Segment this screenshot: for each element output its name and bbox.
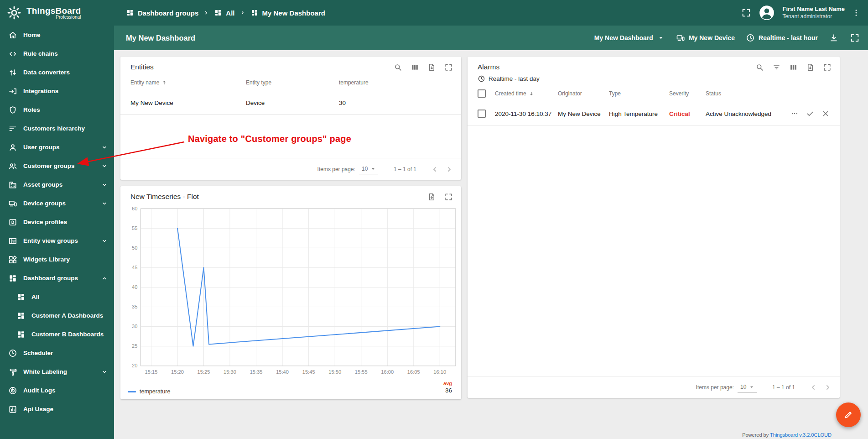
edit-dashboard-fab[interactable] <box>836 402 861 427</box>
sidebar-item-customer-groups[interactable]: Customer groups <box>0 157 114 175</box>
sidebar-item-dashboard-groups[interactable]: Dashboard groups <box>0 269 114 287</box>
svg-text:15:30: 15:30 <box>223 369 236 375</box>
widget-fullscreen-icon[interactable] <box>823 63 832 72</box>
alarms-timewindow[interactable]: Realtime - last day <box>478 75 540 83</box>
next-page-icon[interactable] <box>822 382 833 393</box>
column-created-time[interactable]: Created time <box>495 90 558 97</box>
sidebar-item-device-profiles[interactable]: Device profiles <box>0 213 114 231</box>
export-data-icon[interactable] <box>427 63 436 72</box>
prev-page-icon[interactable] <box>429 164 440 175</box>
sidebar-item-rule-chains[interactable]: Rule chains <box>0 44 114 63</box>
search-icon[interactable] <box>394 63 402 72</box>
column-entity-name[interactable]: Entity name <box>130 79 246 86</box>
column-entity-type[interactable]: Entity type <box>246 79 339 86</box>
user-role: Tenant administrator <box>782 13 845 21</box>
dashboard-fullscreen-icon[interactable] <box>850 33 860 43</box>
page-size-select[interactable]: 10 <box>359 164 378 174</box>
sidebar-item-scheduler[interactable]: Scheduler <box>0 344 114 362</box>
sidebar-item-home[interactable]: Home <box>0 26 114 44</box>
chevron-down-icon[interactable] <box>100 143 109 152</box>
column-severity[interactable]: Severity <box>669 90 706 97</box>
columns-icon[interactable] <box>411 63 419 72</box>
next-page-icon[interactable] <box>444 164 455 175</box>
search-icon[interactable] <box>755 63 764 72</box>
breadcrumb-my-new-dashboard[interactable]: My New Dashboard <box>250 9 325 17</box>
breadcrumb-dashboard-groups[interactable]: Dashboard groups <box>126 9 198 17</box>
more-menu-icon[interactable] <box>852 8 861 17</box>
series-swatch <box>128 391 136 392</box>
entities-table-row[interactable]: My New Device Device 30 <box>120 91 461 115</box>
row-checkbox-cell <box>478 110 495 118</box>
sidebar-item-roles[interactable]: Roles <box>0 100 114 119</box>
sidebar-item-label: Device groups <box>23 200 66 207</box>
acknowledge-icon[interactable] <box>806 110 814 118</box>
chevron-down-icon[interactable] <box>100 162 109 170</box>
sidebar-item-white-labeling[interactable]: White Labeling <box>0 362 114 381</box>
sidebar-item-api-usage[interactable]: Api Usage <box>0 400 114 418</box>
page-size-select[interactable]: 10 <box>738 382 757 392</box>
column-temperature[interactable]: temperature <box>339 79 451 86</box>
widget-fullscreen-icon[interactable] <box>444 63 453 72</box>
timewindow-button[interactable]: Realtime - last hour <box>746 33 818 42</box>
fullscreen-icon[interactable] <box>741 8 751 18</box>
column-status[interactable]: Status <box>706 90 830 97</box>
svg-text:16:10: 16:10 <box>433 369 446 375</box>
sidebar-item-device-groups[interactable]: Device groups <box>0 194 114 213</box>
sidebar-item-widgets-library[interactable]: Widgets Library <box>0 250 114 269</box>
brand-edition: Professional <box>26 15 81 20</box>
sidebar-item-data-converters[interactable]: Data converters <box>0 63 114 82</box>
chevron-down-icon[interactable] <box>100 368 109 376</box>
sidebar-item-label: Widgets Library <box>23 256 70 263</box>
columns-icon[interactable] <box>789 63 798 72</box>
sidebar-item-customer-a-dashboards[interactable]: Customer A Dashboards <box>0 306 114 325</box>
dashboard-icon <box>16 293 26 302</box>
chevron-down-icon[interactable] <box>100 181 109 189</box>
column-type[interactable]: Type <box>609 90 669 97</box>
cell-status: Active Unacknowledged <box>706 110 790 117</box>
svg-text:45: 45 <box>132 265 137 270</box>
sidebar-item-customers-hierarchy[interactable]: Customers hierarchy <box>0 119 114 138</box>
sidebar-item-asset-groups[interactable]: Asset groups <box>0 175 114 194</box>
chevron-up-icon[interactable] <box>100 274 109 282</box>
sidebar-item-customer-b-dashboards[interactable]: Customer B Dashboards <box>0 325 114 344</box>
prev-page-icon[interactable] <box>808 382 819 393</box>
devices-icon <box>8 199 17 208</box>
brand-logo[interactable]: ThingsBoard Professional <box>0 0 114 26</box>
breadcrumb-all[interactable]: All <box>214 9 234 17</box>
dashboard-state-selector[interactable]: My New Dashboard <box>594 34 665 42</box>
filter-icon[interactable] <box>772 63 781 72</box>
sidebar-item-label: Audit Logs <box>23 387 56 394</box>
sidebar-item-integrations[interactable]: Integrations <box>0 82 114 100</box>
widget-title: Alarms <box>478 63 540 71</box>
thingsboard-version-link[interactable]: Thingsboard v.3.2.0CLOUD <box>770 432 832 438</box>
sidebar-item-audit-logs[interactable]: Audit Logs <box>0 381 114 400</box>
alarms-table-row[interactable]: 2020-11-30 16:10:37 My New Device High T… <box>468 102 840 125</box>
row-checkbox[interactable] <box>478 110 486 118</box>
dashboard-icon <box>126 9 134 17</box>
clear-alarm-icon[interactable] <box>821 110 830 118</box>
agg-label: avg <box>443 381 452 387</box>
widget-fullscreen-icon[interactable] <box>444 193 453 201</box>
powered-by-label: Powered by <box>742 432 769 438</box>
svg-text:15:20: 15:20 <box>171 369 184 375</box>
svg-text:15:45: 15:45 <box>302 369 315 375</box>
user-avatar[interactable] <box>758 4 775 21</box>
export-data-icon[interactable] <box>806 63 815 72</box>
entities-widget-header: Entities <box>120 57 461 74</box>
export-dashboard-icon[interactable] <box>829 33 839 43</box>
alarm-more-icon[interactable] <box>790 110 799 118</box>
sidebar-item-label: Customer B Dashboards <box>31 331 104 338</box>
svg-text:15:50: 15:50 <box>328 369 341 375</box>
sidebar-item-user-groups[interactable]: User groups <box>0 138 114 157</box>
legend-item-temperature[interactable]: temperature <box>128 388 170 395</box>
topbar-right: First Name Last Name Tenant administrato… <box>741 4 861 21</box>
sidebar-item-entity-view-groups[interactable]: Entity view groups <box>0 231 114 250</box>
svg-text:40: 40 <box>132 284 137 290</box>
select-all-checkbox[interactable] <box>478 89 486 98</box>
entity-alias-device[interactable]: My New Device <box>676 33 735 42</box>
export-data-icon[interactable] <box>427 193 436 201</box>
sidebar-item-all[interactable]: All <box>0 287 114 306</box>
column-originator[interactable]: Originator <box>558 90 609 97</box>
chevron-down-icon[interactable] <box>100 237 109 245</box>
chevron-down-icon[interactable] <box>100 199 109 208</box>
